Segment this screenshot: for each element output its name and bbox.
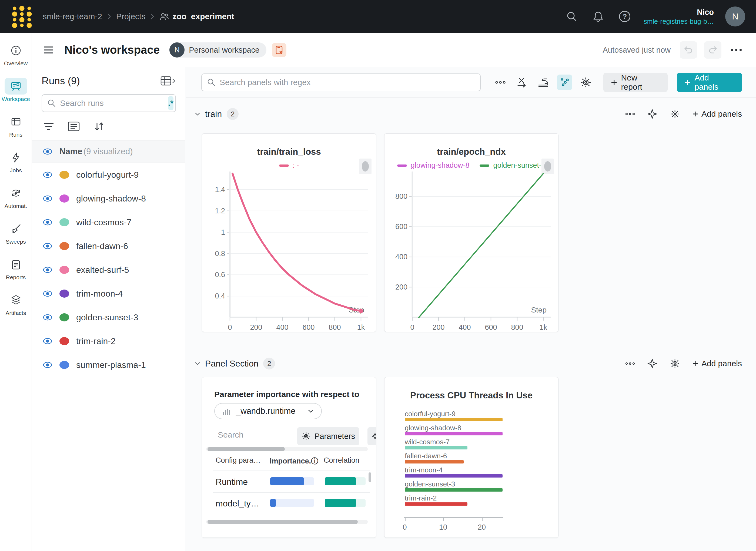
panel-search-box[interactable]	[201, 73, 481, 91]
smoothing-iron-icon[interactable]	[535, 75, 551, 90]
x-axis-settings-icon[interactable]	[514, 75, 529, 90]
section-overflow-menu-icon[interactable]	[625, 362, 635, 365]
param-table-row[interactable]: model_ty…	[202, 492, 376, 514]
x-tick-label: 20	[474, 523, 490, 532]
run-row[interactable]: exalted-surf-5	[32, 258, 185, 282]
sort-icon[interactable]	[93, 121, 105, 132]
horizontal-scrollbar[interactable]	[206, 447, 368, 451]
section-sparkle-icon[interactable]	[647, 358, 658, 369]
workspace-settings-gear-icon[interactable]	[578, 75, 594, 90]
visibility-eye-icon[interactable]	[43, 266, 52, 273]
runs-list-header[interactable]: Name (9 visualized)	[32, 140, 185, 163]
bar[interactable]	[405, 502, 467, 506]
panels-overflow-menu-icon[interactable]	[492, 75, 508, 90]
sidebar-item-artifacts[interactable]: Artifacts	[0, 289, 32, 325]
metric-dropdown[interactable]: _wandb.runtime	[214, 403, 322, 419]
column-header-config[interactable]: Config para…	[216, 456, 261, 465]
bar[interactable]	[405, 488, 502, 492]
group-list-icon[interactable]	[67, 121, 80, 132]
filter-icon[interactable]	[43, 121, 55, 131]
section-settings-gear-icon[interactable]	[670, 358, 680, 369]
visibility-eye-icon[interactable]	[43, 314, 52, 321]
bar[interactable]	[405, 432, 502, 435]
clear-workspace-icon[interactable]	[272, 43, 286, 57]
section-add-panels-button[interactable]: Add panels	[692, 359, 742, 368]
bar[interactable]	[405, 474, 502, 478]
epoch-ndx-chart[interactable]: 20040060080002004006008001kStep	[384, 171, 558, 332]
section-sparkle-icon[interactable]	[647, 109, 658, 119]
visibility-eye-icon[interactable]	[43, 361, 52, 369]
run-row[interactable]: summer-plasma-1	[32, 353, 185, 377]
sidebar-item-automations[interactable]: Automat.	[0, 182, 32, 218]
full-fidelity-scatter-icon[interactable]	[557, 75, 572, 90]
visibility-eye-icon[interactable]	[43, 148, 52, 155]
parameters-button[interactable]: Parameters	[297, 427, 359, 445]
section-title[interactable]: Panel Section	[205, 359, 258, 369]
new-report-button[interactable]: New report	[603, 73, 668, 92]
train-loss-chart[interactable]: 0.40.60.811.21.402004006008001kStep	[202, 171, 376, 332]
personal-workspace-badge[interactable]: N Personal workspace	[169, 42, 267, 57]
user-block[interactable]: Nico smle-registries-bug-b…	[644, 7, 714, 26]
chart-title: train/train_loss	[202, 147, 376, 157]
panel-epoch-ndx[interactable]: train/epoch_ndx glowing-shadow-8 golden-…	[384, 133, 558, 332]
column-header-correlation[interactable]: Correlation	[324, 456, 359, 465]
hamburger-menu-icon[interactable]	[43, 46, 53, 54]
visibility-eye-icon[interactable]	[43, 195, 52, 202]
runs-search-box[interactable]: .*	[42, 94, 176, 112]
visibility-eye-icon[interactable]	[43, 171, 52, 178]
expand-runs-table-icon[interactable]	[160, 75, 176, 87]
bar[interactable]	[405, 446, 467, 450]
vertical-scrollbar[interactable]	[369, 472, 371, 482]
user-org-link[interactable]: smle-registries-bug-b…	[644, 17, 714, 26]
run-row[interactable]: trim-rain-2	[32, 329, 185, 353]
panel-train-loss[interactable]: train/train_loss : - 0.40.60.811.21.4020…	[202, 133, 376, 332]
visibility-eye-icon[interactable]	[43, 337, 52, 345]
horizontal-scrollbar[interactable]	[206, 520, 368, 524]
visibility-eye-icon[interactable]	[43, 218, 52, 226]
search-icon[interactable]	[564, 9, 579, 24]
chevron-down-icon[interactable]	[194, 111, 201, 117]
chevron-down-icon[interactable]	[194, 361, 201, 366]
run-row[interactable]: glowing-shadow-8	[32, 187, 185, 210]
undo-button[interactable]	[680, 41, 697, 59]
section-overflow-menu-icon[interactable]	[625, 112, 635, 116]
param-table-row[interactable]: Runtime	[202, 471, 376, 492]
bar[interactable]	[405, 460, 464, 464]
cpu-threads-chart[interactable]: colorful-yogurt-9glowing-shadow-8wild-co…	[384, 377, 558, 538]
panel-search-input[interactable]	[220, 78, 475, 87]
wandb-logo-icon[interactable]	[11, 5, 32, 28]
workspace-overflow-menu-icon[interactable]	[728, 48, 744, 52]
run-row[interactable]: colorful-yogurt-9	[32, 163, 185, 187]
panel-cpu-threads[interactable]: Process CPU Threads In Use colorful-yogu…	[384, 377, 558, 538]
regex-toggle[interactable]: .*	[168, 96, 173, 110]
magic-columns-button[interactable]	[367, 427, 376, 445]
visibility-eye-icon[interactable]	[43, 290, 52, 298]
runs-search-input[interactable]	[60, 99, 164, 108]
panel-parameter-importance[interactable]: Parameter importance with respect to _wa…	[202, 377, 376, 538]
avatar[interactable]: N	[725, 6, 745, 26]
section-add-panels-button[interactable]: Add panels	[692, 109, 742, 119]
section-settings-gear-icon[interactable]	[670, 109, 680, 119]
run-row[interactable]: trim-moon-4	[32, 282, 185, 306]
run-row[interactable]: golden-sunset-3	[32, 306, 185, 329]
sidebar-item-workspace[interactable]: Workspace	[0, 75, 32, 111]
redo-button[interactable]	[704, 41, 721, 59]
help-icon[interactable]: ?	[617, 9, 632, 24]
visibility-eye-icon[interactable]	[43, 242, 52, 250]
column-header-importance[interactable]: Importance.ⓘ	[270, 456, 318, 466]
notifications-bell-icon[interactable]	[591, 9, 606, 24]
breadcrumb-project[interactable]: zoo_experiment	[159, 12, 234, 21]
sidebar-item-overview[interactable]: Overview	[0, 39, 32, 75]
sidebar-item-reports[interactable]: Reports	[0, 253, 32, 289]
breadcrumb-team[interactable]: smle-reg-team-2	[43, 12, 102, 21]
sidebar-item-jobs[interactable]: Jobs	[0, 146, 32, 182]
param-search-input[interactable]	[218, 430, 288, 440]
add-panels-button[interactable]: Add panels	[677, 73, 742, 92]
section-title[interactable]: train	[205, 109, 222, 119]
sidebar-item-runs[interactable]: Runs	[0, 111, 32, 146]
run-row[interactable]: wild-cosmos-7	[32, 210, 185, 234]
bar[interactable]	[405, 418, 502, 421]
breadcrumb-projects[interactable]: Projects	[116, 12, 145, 21]
sidebar-item-sweeps[interactable]: Sweeps	[0, 218, 32, 253]
run-row[interactable]: fallen-dawn-6	[32, 234, 185, 258]
